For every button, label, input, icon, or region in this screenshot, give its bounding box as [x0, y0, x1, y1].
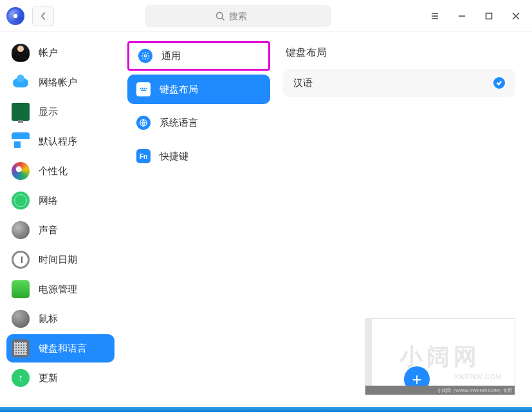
subpanel-item-keyboard-layout[interactable]: 键盘布局	[127, 75, 270, 104]
svg-rect-14	[146, 88, 147, 89]
sidebar-item-label: 个性化	[39, 165, 68, 177]
gear-icon	[138, 49, 152, 63]
keyboard-icon	[12, 339, 30, 357]
display-icon	[12, 103, 30, 121]
selected-check-icon	[493, 77, 505, 89]
minimize-button[interactable]	[456, 10, 468, 22]
sidebar-item-label: 默认程序	[39, 136, 77, 148]
sidebar-item-label: 电源管理	[39, 283, 77, 296]
search-icon	[215, 11, 225, 21]
sidebar-item-label: 网络帐户	[39, 76, 77, 89]
back-button[interactable]	[32, 6, 54, 26]
subpanel-item-system-language[interactable]: 系统语言	[127, 108, 270, 138]
subpanel-item-label: 系统语言	[160, 117, 198, 129]
subpanel-item-label: 快捷键	[160, 150, 188, 163]
content-pane: 键盘布局 汉语	[277, 32, 532, 407]
search-box[interactable]	[145, 5, 331, 27]
svg-line-1	[222, 18, 224, 20]
sidebar-item-keyboard-language[interactable]: 键盘和语言	[6, 334, 115, 363]
svg-rect-6	[486, 13, 492, 19]
cloud-icon	[12, 73, 30, 91]
keyboard-layout-icon	[136, 82, 151, 96]
close-button[interactable]	[510, 10, 522, 22]
main-area: 帐户 网络帐户 显示 默认程序 个性化 网络 声音 时间日期	[0, 32, 532, 407]
menu-button[interactable]	[429, 10, 441, 22]
account-icon	[12, 44, 30, 62]
minimize-icon	[457, 12, 466, 21]
sidebar-item-account[interactable]: 帐户	[6, 39, 115, 67]
titlebar	[0, 0, 532, 32]
fn-key-icon: Fn	[136, 149, 151, 163]
svg-rect-12	[142, 88, 143, 89]
speaker-icon	[12, 221, 30, 239]
mouse-icon	[12, 310, 30, 328]
battery-icon	[12, 280, 30, 298]
app-logo-icon	[6, 7, 24, 25]
sidebar-item-label: 更新	[39, 372, 58, 384]
svg-point-9	[144, 55, 147, 57]
subpanel-item-general[interactable]: 通用	[127, 41, 270, 71]
sidebar-item-datetime[interactable]: 时间日期	[6, 246, 115, 274]
subpanel-item-label: 通用	[161, 50, 181, 62]
content-title: 键盘布局	[283, 46, 515, 60]
sidebar-item-personalization[interactable]: 个性化	[6, 157, 115, 185]
sidebar-item-label: 网络	[39, 195, 58, 207]
keyboard-layout-label: 汉语	[293, 77, 313, 89]
sidebar-item-label: 帐户	[39, 47, 58, 59]
sidebar-item-sound[interactable]: 声音	[6, 216, 115, 244]
close-icon	[511, 12, 520, 21]
keyboard-layout-row[interactable]: 汉语	[283, 69, 515, 97]
subpanel-item-shortcuts[interactable]: Fn 快捷键	[127, 141, 270, 171]
search-input[interactable]	[229, 11, 261, 21]
sidebar-item-network-account[interactable]: 网络帐户	[6, 68, 115, 96]
update-icon	[12, 369, 30, 387]
sidebar-item-power[interactable]: 电源管理	[6, 275, 115, 303]
sidebar-item-label: 鼠标	[39, 313, 58, 325]
globe-icon	[136, 116, 151, 130]
sidebar-item-label: 显示	[39, 106, 58, 118]
subpanel-item-label: 键盘布局	[160, 84, 198, 96]
bottom-bar	[0, 407, 532, 412]
svg-point-0	[216, 12, 223, 19]
network-icon	[12, 192, 30, 210]
sidebar: 帐户 网络帐户 显示 默认程序 个性化 网络 声音 时间日期	[0, 32, 121, 407]
palette-icon	[12, 162, 30, 180]
default-apps-icon	[12, 132, 30, 150]
chevron-left-icon	[40, 12, 46, 21]
sidebar-item-network[interactable]: 网络	[6, 186, 115, 215]
sidebar-item-display[interactable]: 显示	[6, 98, 115, 126]
sidebar-item-update[interactable]: 更新	[6, 364, 115, 392]
svg-rect-11	[140, 88, 142, 89]
clock-icon	[12, 251, 30, 269]
sidebar-item-mouse[interactable]: 鼠标	[6, 305, 115, 333]
svg-rect-15	[141, 90, 146, 91]
svg-rect-10	[139, 87, 148, 92]
sidebar-item-label: 键盘和语言	[39, 343, 87, 355]
svg-rect-13	[144, 88, 145, 89]
sidebar-item-label: 声音	[39, 224, 58, 237]
hamburger-icon	[430, 12, 439, 21]
sidebar-item-label: 时间日期	[39, 254, 77, 266]
maximize-button[interactable]	[483, 10, 495, 22]
sidebar-item-default-apps[interactable]: 默认程序	[6, 127, 115, 156]
subpanel: 通用 键盘布局 系统语言 Fn 快捷键	[121, 32, 277, 407]
maximize-icon	[484, 12, 493, 21]
